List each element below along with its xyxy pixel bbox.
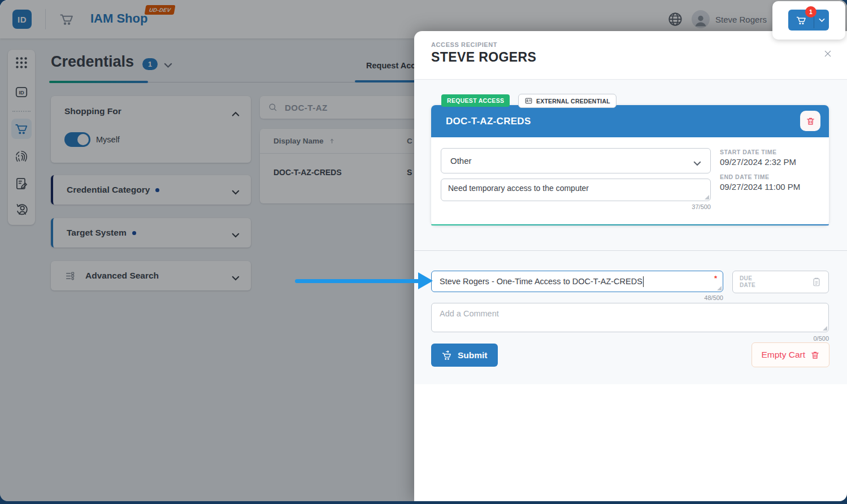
request-title-value: Steve Rogers - One-Time Access to DOC-T-… [440, 277, 642, 286]
credential-request-card: DOC-T-AZ-CREDS Other Need temporary acce… [431, 105, 829, 225]
start-date-label: START DATE TIME [720, 149, 824, 155]
cart-split-button[interactable]: 1 [788, 10, 829, 31]
empty-cart-button[interactable]: Empty Cart [752, 342, 829, 367]
submit-button[interactable]: Submit [431, 344, 498, 367]
credential-name: DOC-T-AZ-CREDS [446, 116, 531, 127]
app-window: ID IAM Shop UD-DEV Steve Rogers ID [0, 0, 847, 501]
close-icon[interactable] [823, 49, 832, 58]
cart-popover-anchor: 1 [772, 1, 845, 40]
access-recipient-label: ACCESS RECIPIENT [431, 41, 497, 48]
submit-label: Submit [458, 350, 488, 360]
end-date-label: END DATE TIME [720, 173, 824, 180]
access-recipient-name: STEVE ROGERS [431, 50, 536, 65]
annotation-arrow [295, 279, 420, 283]
chevron-down-icon [693, 158, 701, 163]
comment-textarea[interactable]: Add a Comment [431, 303, 829, 332]
start-date-value: 09/27/2024 2:32 PM [720, 157, 824, 167]
resize-handle[interactable] [823, 326, 827, 331]
required-marker: * [714, 274, 717, 283]
end-date-value: 09/27/2024 11:00 PM [720, 182, 824, 192]
resize-handle[interactable] [717, 286, 722, 290]
cart-count-badge: 1 [805, 6, 816, 18]
id-badge-icon [524, 97, 533, 105]
justification-textarea[interactable]: Need temporary access to the computer [441, 179, 711, 201]
trash-icon [806, 116, 815, 126]
cart-chevron-down-icon[interactable] [814, 10, 829, 31]
justification-counter: 37/500 [441, 203, 711, 210]
cart-panel: ACCESS RECIPIENT STEVE ROGERS REQUEST AC… [414, 31, 847, 501]
justification-text: Need temporary access to the computer [448, 184, 589, 193]
external-credential-tab[interactable]: EXTERNAL CREDENTIAL [518, 94, 616, 108]
reason-selected-value: Other [450, 156, 472, 166]
text-cursor [643, 276, 644, 287]
reason-select[interactable]: Other [441, 148, 711, 173]
cart-submit-icon [441, 350, 453, 361]
due-date-placeholder: DUE DATE [740, 275, 762, 289]
comment-counter: 0/500 [431, 335, 829, 342]
request-access-badge: REQUEST ACCESS [441, 94, 510, 107]
credential-header-bar: DOC-T-AZ-CREDS [431, 105, 829, 137]
comment-placeholder: Add a Comment [440, 309, 499, 318]
trash-icon [810, 350, 820, 360]
calendar-clipboard-icon[interactable] [811, 277, 822, 287]
empty-cart-label: Empty Cart [761, 350, 805, 360]
external-credential-label: EXTERNAL CREDENTIAL [536, 98, 610, 105]
date-column: START DATE TIME 09/27/2024 2:32 PM END D… [720, 149, 824, 192]
resize-handle[interactable] [705, 195, 709, 199]
request-title-counter: 48/500 [431, 294, 723, 301]
annotation-arrow-head [418, 272, 433, 289]
remove-item-button[interactable] [800, 111, 820, 131]
request-title-input[interactable]: Steve Rogers - One-Time Access to DOC-T-… [431, 271, 723, 292]
due-date-field[interactable]: DUE DATE [732, 271, 829, 293]
